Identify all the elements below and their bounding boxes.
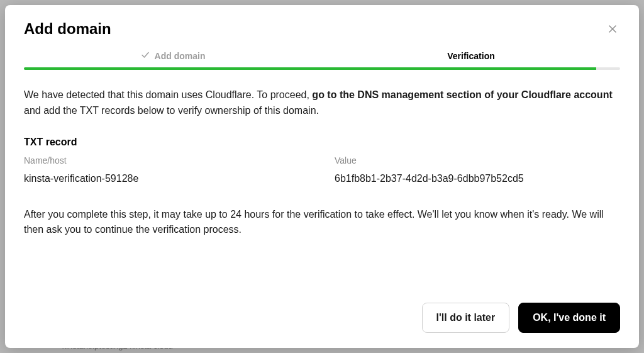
modal-body: We have detected that this domain uses C… xyxy=(5,70,639,291)
step-add-domain: Add domain xyxy=(24,50,322,67)
modal-header: Add domain xyxy=(5,5,639,50)
add-domain-modal: Add domain Add domain Verification xyxy=(5,5,639,348)
steps-bar: Add domain Verification xyxy=(5,50,639,70)
step-verification: Verification xyxy=(322,50,620,67)
intro-bold: go to the DNS management section of your… xyxy=(312,89,612,100)
after-instructions-text: After you complete this step, it may tak… xyxy=(24,207,620,238)
do-later-button[interactable]: I'll do it later xyxy=(422,303,510,333)
close-button[interactable] xyxy=(605,21,620,36)
steps-list: Add domain Verification xyxy=(24,50,620,67)
name-host-label: Name/host xyxy=(24,155,309,165)
modal-footer: I'll do it later OK, I've done it xyxy=(5,291,639,348)
intro-text: We have detected that this domain uses C… xyxy=(24,87,620,119)
intro-suffix: and add the TXT records below to verify … xyxy=(24,105,319,116)
name-host-value: kinsta-verification-59128e xyxy=(24,173,309,184)
value-label: Value xyxy=(335,155,620,165)
value-value: 6b1fb8b1-2b37-4d2d-b3a9-6dbb97b52cd5 xyxy=(335,173,620,184)
modal-title: Add domain xyxy=(24,20,111,38)
step-label: Verification xyxy=(447,51,494,61)
intro-prefix: We have detected that this domain uses C… xyxy=(24,89,312,100)
value-column: Value 6b1fb8b1-2b37-4d2d-b3a9-6dbb97b52c… xyxy=(335,155,620,184)
close-icon xyxy=(608,24,618,34)
check-icon xyxy=(141,50,150,61)
done-button[interactable]: OK, I've done it xyxy=(518,303,620,333)
step-label: Add domain xyxy=(155,51,206,61)
txt-record-heading: TXT record xyxy=(24,137,620,148)
name-host-column: Name/host kinsta-verification-59128e xyxy=(24,155,309,184)
txt-record-row: Name/host kinsta-verification-59128e Val… xyxy=(24,155,620,184)
